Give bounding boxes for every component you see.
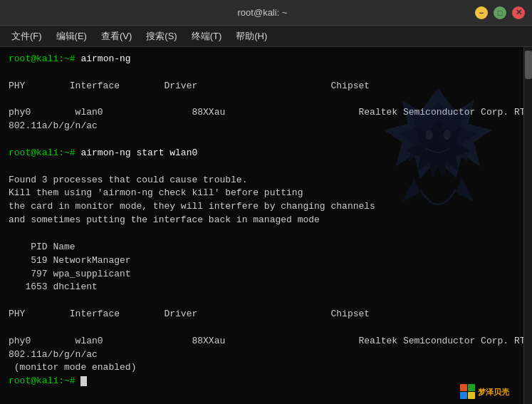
terminal-output: root@kali:~# airmon-ng PHY Interface Dri… (9, 53, 515, 388)
terminal-line: PHY Interface Driver Chipset (9, 308, 515, 321)
terminal-line: 519 NetworkManager (9, 254, 515, 268)
terminal-line (9, 294, 515, 308)
scrollbar[interactable] (523, 47, 532, 404)
terminal-line: 1653 dhclient (9, 281, 515, 294)
terminal-line (9, 133, 515, 147)
terminal-line: (monitor mode enabled) (9, 361, 515, 375)
menu-file[interactable]: 文件(F) (6, 29, 48, 44)
window-title: root@kali: ~ (50, 7, 475, 18)
terminal-line (9, 93, 515, 107)
terminal-line: 797 wpa_supplicant (9, 268, 515, 281)
terminal-content[interactable]: root@kali:~# airmon-ng PHY Interface Dri… (0, 47, 523, 404)
terminal-line: phy0 wlan0 88XXau Realtek Semiconductor … (9, 106, 515, 120)
terminal-line: phy0 wlan0 88XXau Realtek Semiconductor … (9, 335, 515, 348)
bottom-watermark: 梦泽贝壳 (460, 384, 509, 400)
menu-terminal[interactable]: 终端(T) (186, 29, 228, 44)
watermark-text: 梦泽贝壳 (478, 387, 509, 398)
terminal-line (9, 321, 515, 335)
terminal-line: root@kali:~# airmon-ng start wlan0 (9, 147, 515, 160)
terminal-container: root@kali:~# airmon-ng PHY Interface Dri… (0, 47, 532, 404)
terminal-line: PID Name (9, 241, 515, 254)
terminal-line: Found 3 processes that could cause troub… (9, 174, 515, 187)
menu-help[interactable]: 帮助(H) (230, 29, 273, 44)
minimize-button[interactable]: − (475, 6, 488, 19)
watermark-icon (460, 384, 476, 400)
terminal-line: and sometimes putting the interface back… (9, 214, 515, 227)
menu-view[interactable]: 查看(V) (95, 29, 137, 44)
menu-edit[interactable]: 编辑(E) (51, 29, 93, 44)
terminal-line: root@kali:~# (9, 375, 515, 388)
menu-bar: 文件(F) 编辑(E) 查看(V) 搜索(S) 终端(T) 帮助(H) (0, 26, 532, 47)
terminal-line (9, 66, 515, 80)
menu-search[interactable]: 搜索(S) (140, 29, 182, 44)
terminal-line: 802.11a/b/g/n/ac (9, 120, 515, 133)
terminal-line (9, 227, 515, 241)
maximize-button[interactable]: □ (494, 6, 506, 19)
terminal-line: 802.11a/b/g/n/ac (9, 348, 515, 362)
terminal-line: Kill them using 'airmon-ng check kill' b… (9, 187, 515, 200)
close-button[interactable]: ✕ (512, 6, 525, 19)
terminal-line: the card in monitor mode, they will inte… (9, 200, 515, 214)
title-bar: root@kali: ~ − □ ✕ (0, 0, 532, 26)
terminal-line: PHY Interface Driver Chipset (9, 80, 515, 93)
window-controls: − □ ✕ (475, 6, 525, 19)
terminal-line (9, 160, 515, 174)
scrollbar-thumb[interactable] (525, 51, 532, 79)
terminal-line: root@kali:~# airmon-ng (9, 53, 515, 66)
